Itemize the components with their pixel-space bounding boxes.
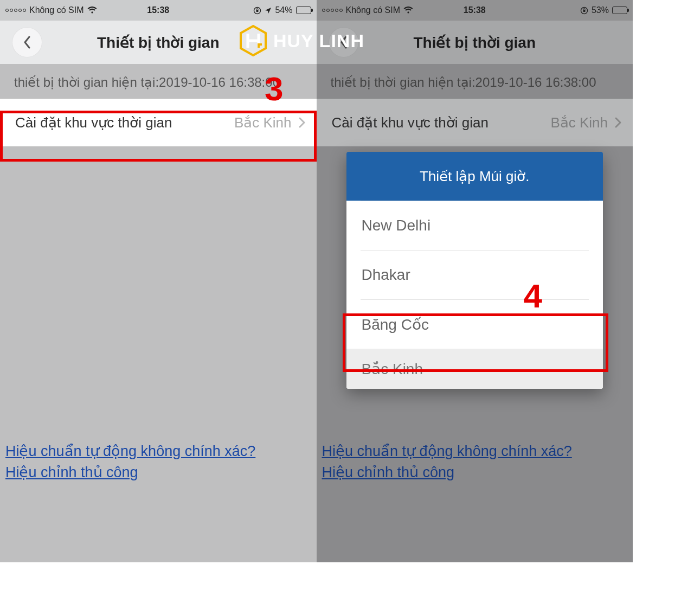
carrier-text: Không có SIM (29, 5, 84, 15)
sheet-list[interactable]: New Delhi Dhakar Băng Cốc Bắc Kinh (346, 201, 603, 389)
status-time: 15:38 (147, 5, 169, 15)
timezone-option-beijing[interactable]: Bắc Kinh (346, 349, 603, 389)
row-label: Cài đặt khu vực thời gian (15, 114, 172, 131)
status-bar: Không có SIM 15:38 54% (0, 0, 317, 21)
logo-icon (239, 25, 268, 56)
device-time-info: thiết bị thời gian hiện tại:2019-10-16 1… (0, 74, 317, 99)
rotation-lock-icon (580, 7, 588, 15)
chevron-right-icon (614, 117, 622, 129)
carrier-text: Không có SIM (346, 5, 401, 15)
screenshot-step-4: Không có SIM 15:38 53% Thiết bị thời gia… (317, 0, 633, 562)
svg-rect-3 (583, 10, 585, 12)
row-value: Bắc Kinh (550, 114, 608, 131)
svg-rect-1 (256, 10, 259, 12)
manual-calibration-link[interactable]: Hiệu chuẩn tự động không chính xác? Hiệu… (5, 441, 311, 483)
location-icon (265, 7, 272, 14)
row-label: Cài đặt khu vực thời gian (332, 114, 489, 131)
back-button[interactable] (12, 27, 42, 57)
status-time: 15:38 (464, 5, 486, 15)
watermark-logo: HUY LINH (239, 25, 364, 56)
rotation-lock-icon (253, 7, 261, 15)
row-value: Bắc Kinh (234, 114, 292, 131)
status-bar: Không có SIM 15:38 53% (317, 0, 633, 21)
chevron-right-icon (298, 117, 306, 129)
logo-text: HUY LINH (273, 30, 364, 52)
timezone-setting-row[interactable]: Cài đặt khu vực thời gian Bắc Kinh (0, 99, 317, 146)
page-title: Thiết bị thời gian (97, 34, 220, 52)
sheet-title: Thiết lập Múi giờ. (346, 152, 603, 201)
cellular-signal-icon (322, 9, 343, 12)
cellular-signal-icon (5, 9, 26, 12)
timezone-picker-sheet: Thiết lập Múi giờ. New Delhi Dhakar Băng… (346, 152, 603, 389)
wifi-icon (403, 7, 413, 14)
device-time-info: thiết bị thời gian hiện tại:2019-10-16 1… (317, 74, 633, 99)
manual-calibration-link[interactable]: Hiệu chuẩn tự động không chính xác? Hiệu… (322, 441, 628, 483)
wifi-icon (87, 7, 97, 14)
timezone-option-dhakar[interactable]: Dhakar (346, 251, 603, 299)
screenshot-step-3: Không có SIM 15:38 54% Thiết (0, 0, 317, 562)
page-title: Thiết bị thời gian (413, 34, 536, 52)
timezone-option-bangkok[interactable]: Băng Cốc (346, 300, 603, 349)
battery-icon (296, 7, 311, 14)
battery-percent: 54% (275, 5, 292, 15)
battery-icon (612, 7, 627, 14)
timezone-option-newdelhi[interactable]: New Delhi (346, 201, 603, 250)
battery-percent: 53% (592, 5, 609, 15)
timezone-setting-row[interactable]: Cài đặt khu vực thời gian Bắc Kinh (317, 99, 633, 146)
